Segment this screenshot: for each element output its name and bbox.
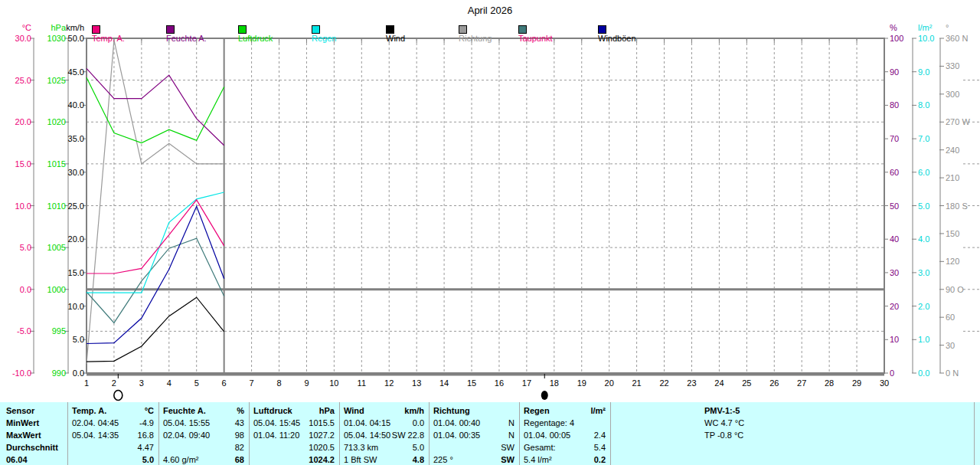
x-tick-label: 9 [304, 378, 309, 388]
axis-tick-label: 25.0 [68, 201, 84, 211]
table-cell-value: 16.8 [138, 430, 154, 440]
table-cell-value: N [508, 418, 514, 428]
table-row-label: MaxWert [6, 430, 41, 440]
axis-tick-label: 25.0 [15, 76, 31, 85]
x-tick-label: 25 [742, 378, 751, 388]
table-cell-value: 1015.5 [309, 418, 335, 428]
x-tick-label: 17 [522, 378, 531, 388]
axis-tick-label: 0 N [946, 368, 959, 378]
axis-tick-label: 1025 [47, 76, 66, 85]
axis-tick-label: 30.0 [68, 168, 84, 177]
axis-tick-label: 210 [946, 173, 959, 182]
axis-tick-label: 3.0 [918, 268, 929, 277]
table-cell-text: 05.04. 15:55 [163, 418, 210, 428]
axis-tick-label: 40.0 [68, 100, 84, 110]
axis-tick-label: -5.0 [17, 326, 31, 336]
axis-tick-label: 35.0 [68, 134, 84, 143]
axis-tick-label: 60 [946, 313, 955, 322]
legend-item-windb-en: Windböen [598, 24, 636, 33]
table-column-header: Luftdruck [253, 405, 292, 416]
table-cell-text: 01.04. 00:05 [524, 430, 570, 440]
richtung-swatch-icon [459, 25, 467, 34]
table-column-divider [610, 402, 611, 465]
table-cell-value: N [508, 430, 514, 440]
legend-item-regen: Regen [312, 24, 336, 33]
regen-swatch-icon [312, 25, 320, 34]
legend-label: Windböen [598, 34, 636, 43]
legend-label: Taupunkt [518, 34, 553, 43]
pmv-info-line: TP -0.8 °C [704, 430, 743, 440]
temp-a-swatch-icon [92, 25, 100, 34]
axis-tick-label: 15.0 [68, 268, 84, 277]
table-cell-value: SW [501, 454, 514, 465]
table-column-divider [339, 402, 340, 465]
x-tick-label: 19 [577, 378, 586, 388]
axis-tick-label: 4.0 [918, 234, 929, 244]
x-tick-label: 5 [194, 378, 199, 388]
table-cell-value: 2.4 [594, 430, 606, 440]
axis-tick-label: 60 [890, 168, 899, 177]
axis-tick-label: 8.0 [918, 100, 929, 110]
x-tick-label: 21 [632, 378, 641, 388]
axis-tick-label: 150 [946, 229, 959, 238]
table-column-divider [974, 402, 975, 465]
legend-label: Luftdruck [238, 34, 273, 43]
pmv-info-line: WC 4.7 °C [704, 418, 744, 428]
feuchte-a-swatch-icon [166, 25, 175, 34]
x-tick-label: 8 [276, 378, 281, 388]
table-cell-value: 4.47 [138, 442, 154, 453]
series-regen [87, 192, 224, 293]
axis-tick-label: 50 [890, 201, 899, 211]
legend-item-temp-a: Temp. A. [92, 24, 125, 33]
x-tick-label: 14 [439, 378, 449, 388]
table-column-divider [158, 402, 159, 465]
table-column-unit: % [237, 405, 244, 416]
axis-tick-label: 20 [890, 302, 899, 311]
x-tick-label: 18 [550, 378, 559, 388]
table-cell-text: Gesamt: [524, 442, 556, 453]
axis-tick-label: 15.0 [15, 159, 31, 169]
axis-tick-label: 20.0 [15, 117, 31, 126]
axis-tick-label: 5.0 [73, 335, 84, 344]
table-column-unit: °C [145, 405, 154, 416]
x-tick-label: 26 [769, 378, 779, 388]
axis-tick-label: 1000 [47, 285, 66, 294]
table-cell-text: 713.3 km [344, 442, 378, 453]
full-moon-icon [114, 391, 122, 401]
axis-tick-label: 995 [52, 326, 66, 336]
axis-tick-label: 1005 [47, 243, 66, 252]
table-column-header: Regen [524, 405, 550, 416]
table-column-divider [67, 402, 68, 465]
table-cell-text: 05.04. 14:50 [344, 430, 390, 440]
legend-label: Richtung [459, 34, 492, 43]
legend-item-luftdruck: Luftdruck [238, 24, 273, 33]
axis-tick-label: 10.0 [68, 302, 84, 311]
axis-tick-label: 10 [890, 335, 899, 344]
series-windb-en [87, 206, 224, 343]
table-cell-value: 43 [235, 418, 244, 428]
table-cell-text: 01.04. 00:40 [433, 418, 480, 428]
table-cell-value: SW 22.8 [392, 430, 424, 440]
legend-item-richtung: Richtung [459, 24, 492, 33]
taupunkt-swatch-icon [518, 25, 527, 34]
weather-app-window: { "chart_data": { "type": "line", "title… [0, 0, 980, 465]
axis-tick-label: 40 [890, 234, 899, 244]
table-cell-text: 225 ° [433, 454, 453, 465]
table-cell-text: 4.60 g/m² [163, 454, 198, 465]
x-tick-label: 24 [714, 378, 724, 388]
pmv-info-line: PMV-1:-5 [704, 405, 740, 416]
axis-tick-label: 30 [946, 341, 955, 350]
table-column-unit: hPa [319, 405, 335, 416]
legend-label: Regen [312, 34, 336, 43]
axis-tick-label: -10.0 [12, 368, 31, 378]
new-moon-icon [541, 391, 548, 400]
x-tick-label: 22 [659, 378, 668, 388]
x-tick-label: 10 [329, 378, 338, 388]
axis-tick-label: 240 [946, 146, 959, 155]
table-row-label: 06.04 [6, 454, 28, 465]
axis-tick-label: 1015 [47, 159, 66, 169]
table-column-header: Wind [344, 405, 364, 416]
axis-tick-label: 9.0 [918, 67, 929, 77]
x-tick-label: 4 [167, 378, 172, 388]
axis-tick-label: 90 [890, 67, 899, 77]
